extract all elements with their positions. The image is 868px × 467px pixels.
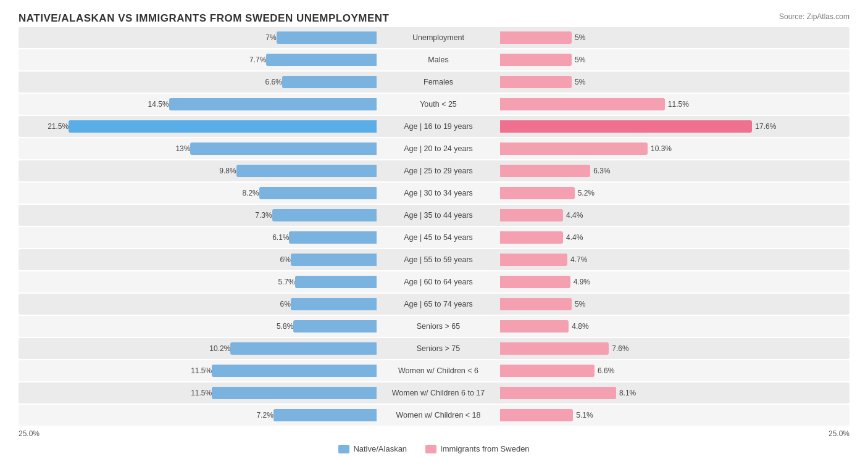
- left-bar-container: 6%: [19, 249, 377, 270]
- right-value: 4.7%: [570, 255, 587, 264]
- chart-title: NATIVE/ALASKAN VS IMMIGRANTS FROM SWEDEN…: [19, 12, 389, 25]
- left-value: 11.5%: [191, 366, 212, 375]
- left-bar: [277, 31, 377, 44]
- right-bar: [500, 365, 595, 377]
- left-bar-container: 6.6%: [19, 72, 377, 93]
- right-value: 17.6%: [755, 122, 776, 131]
- left-section: 5.8%: [19, 316, 377, 337]
- row-content: 11.5%Women w/ Children < 66.6%: [19, 360, 849, 381]
- right-value: 4.4%: [566, 211, 583, 220]
- right-bar: [500, 165, 590, 177]
- right-bar-container: 5.1%: [500, 405, 858, 426]
- left-value: 7.7%: [249, 56, 266, 64]
- row-content: 11.5%Women w/ Children 6 to 178.1%: [19, 382, 849, 403]
- left-bar: [69, 120, 377, 133]
- row-label: Seniors > 75: [377, 344, 500, 353]
- left-bar: [291, 254, 377, 266]
- right-bar: [500, 231, 563, 244]
- chart-row: 10.2%Seniors > 757.6%: [19, 338, 849, 359]
- right-value: 5%: [575, 56, 585, 64]
- right-value: 5%: [575, 33, 585, 42]
- left-bar: [259, 187, 377, 199]
- row-label: Women w/ Children < 18: [377, 411, 500, 419]
- right-section: 4.9%: [500, 271, 858, 292]
- left-value: 7.2%: [257, 411, 273, 419]
- left-bar: [230, 342, 377, 355]
- row-content: 14.5%Youth < 2511.5%: [19, 94, 849, 115]
- left-bar-container: 7%: [19, 27, 377, 48]
- right-section: 4.8%: [500, 316, 858, 337]
- legend-immigrant: Immigrants from Sweden: [425, 444, 530, 453]
- right-value: 5%: [575, 300, 585, 308]
- right-section: 5%: [500, 49, 858, 70]
- left-bar-container: 14.5%: [19, 94, 377, 115]
- row-content: 5.7%Age | 60 to 64 years4.9%: [19, 271, 849, 292]
- row-label: Age | 16 to 19 years: [377, 122, 500, 131]
- chart-row: 6%Age | 65 to 74 years5%: [19, 294, 849, 315]
- right-bar: [500, 320, 569, 333]
- chart-row: 7.3%Age | 35 to 44 years4.4%: [19, 205, 849, 226]
- chart-area: 7%Unemployment5%7.7%Males5%6.6%Females5%…: [19, 27, 849, 426]
- left-section: 10.2%: [19, 338, 377, 359]
- row-label: Age | 55 to 59 years: [377, 255, 500, 264]
- row-label: Age | 30 to 34 years: [377, 189, 500, 197]
- row-label: Age | 25 to 29 years: [377, 167, 500, 175]
- chart-row: 6.6%Females5%: [19, 72, 849, 93]
- right-bar: [500, 409, 573, 421]
- chart-row: 7.7%Males5%: [19, 49, 849, 70]
- right-value: 11.5%: [668, 100, 689, 109]
- left-bar-container: 6%: [19, 294, 377, 315]
- right-section: 5%: [500, 294, 858, 315]
- left-section: 6%: [19, 249, 377, 270]
- left-section: 11.5%: [19, 382, 377, 403]
- right-bar: [500, 387, 616, 399]
- right-bar-container: 10.3%: [500, 138, 858, 159]
- left-bar: [169, 98, 377, 110]
- chart-row: 13%Age | 20 to 24 years10.3%: [19, 138, 849, 159]
- right-bar-container: 4.4%: [500, 205, 858, 226]
- left-bar: [212, 387, 377, 399]
- right-section: 6.3%: [500, 160, 858, 181]
- right-bar: [500, 143, 648, 155]
- left-bar-container: 13%: [19, 138, 377, 159]
- left-bar-container: 5.8%: [19, 316, 377, 337]
- row-content: 21.5%Age | 16 to 19 years17.6%: [19, 116, 849, 137]
- axis-right-label: 25.0%: [828, 429, 849, 438]
- right-section: 10.3%: [500, 138, 858, 159]
- row-content: 6.1%Age | 45 to 54 years4.4%: [19, 227, 849, 248]
- row-content: 6%Age | 55 to 59 years4.7%: [19, 249, 849, 270]
- legend-native-label: Native/Alaskan: [353, 444, 407, 453]
- left-section: 5.7%: [19, 271, 377, 292]
- right-bar-container: 17.6%: [500, 116, 858, 137]
- chart-row: 6.1%Age | 45 to 54 years4.4%: [19, 227, 849, 248]
- right-bar: [500, 209, 563, 221]
- row-content: 7.3%Age | 35 to 44 years4.4%: [19, 205, 849, 226]
- left-bar: [212, 365, 377, 377]
- left-section: 6.1%: [19, 227, 377, 248]
- row-label: Age | 45 to 54 years: [377, 233, 500, 242]
- right-section: 4.7%: [500, 249, 858, 270]
- left-value: 7.3%: [255, 211, 272, 220]
- right-section: 5.1%: [500, 405, 858, 426]
- right-section: 8.1%: [500, 382, 858, 403]
- right-section: 6.6%: [500, 360, 858, 381]
- left-section: 9.8%: [19, 160, 377, 181]
- row-content: 7.7%Males5%: [19, 49, 849, 70]
- left-section: 8.2%: [19, 183, 377, 204]
- right-bar-container: 6.3%: [500, 160, 858, 181]
- row-label: Females: [377, 78, 500, 86]
- right-value: 5.1%: [576, 411, 593, 419]
- chart-row: 21.5%Age | 16 to 19 years17.6%: [19, 116, 849, 137]
- right-value: 4.9%: [574, 278, 590, 286]
- row-content: 10.2%Seniors > 757.6%: [19, 338, 849, 359]
- right-section: 11.5%: [500, 94, 858, 115]
- left-bar-container: 8.2%: [19, 183, 377, 204]
- right-bar: [500, 187, 575, 199]
- right-section: 5%: [500, 72, 858, 93]
- left-bar: [289, 231, 377, 244]
- right-bar-container: 6.6%: [500, 360, 858, 381]
- chart-container: NATIVE/ALASKAN VS IMMIGRANTS FROM SWEDEN…: [0, 0, 868, 466]
- axis-left-label: 25.0%: [19, 429, 40, 438]
- left-section: 7%: [19, 27, 377, 48]
- right-section: 5.2%: [500, 183, 858, 204]
